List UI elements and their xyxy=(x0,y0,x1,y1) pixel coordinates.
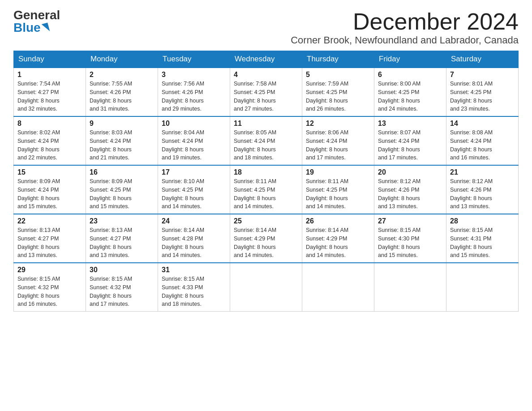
day-number: 13 xyxy=(378,120,442,128)
day-info: Sunrise: 8:13 AMSunset: 4:27 PMDaylight:… xyxy=(90,227,132,258)
logo-general-text: General xyxy=(13,9,60,21)
day-info: Sunrise: 8:15 AMSunset: 4:32 PMDaylight:… xyxy=(17,276,60,307)
day-number: 3 xyxy=(162,71,226,79)
day-info: Sunrise: 7:54 AMSunset: 4:27 PMDaylight:… xyxy=(17,81,60,112)
day-number: 15 xyxy=(17,168,82,176)
day-number: 1 xyxy=(17,71,82,79)
day-info: Sunrise: 7:56 AMSunset: 4:26 PMDaylight:… xyxy=(162,81,204,112)
week-row-1: 1 Sunrise: 7:54 AMSunset: 4:27 PMDayligh… xyxy=(14,68,519,116)
col-header-sunday: Sunday xyxy=(14,51,86,68)
day-number: 12 xyxy=(306,120,370,128)
day-number: 23 xyxy=(90,217,154,225)
day-info: Sunrise: 8:14 AMSunset: 4:28 PMDaylight:… xyxy=(162,227,204,258)
day-number: 7 xyxy=(450,71,515,79)
calendar-cell: 9 Sunrise: 8:03 AMSunset: 4:24 PMDayligh… xyxy=(86,116,158,165)
calendar-cell: 7 Sunrise: 8:01 AMSunset: 4:25 PMDayligh… xyxy=(446,68,519,116)
day-info: Sunrise: 8:08 AMSunset: 4:24 PMDaylight:… xyxy=(450,129,493,161)
day-number: 18 xyxy=(234,168,298,176)
week-row-4: 22 Sunrise: 8:13 AMSunset: 4:27 PMDaylig… xyxy=(14,214,519,263)
col-header-monday: Monday xyxy=(86,51,158,68)
day-info: Sunrise: 8:14 AMSunset: 4:29 PMDaylight:… xyxy=(306,227,348,258)
day-number: 5 xyxy=(306,71,370,79)
week-row-5: 29 Sunrise: 8:15 AMSunset: 4:32 PMDaylig… xyxy=(14,263,519,312)
calendar-cell: 18 Sunrise: 8:11 AMSunset: 4:25 PMDaylig… xyxy=(230,165,302,214)
day-number: 20 xyxy=(378,168,442,176)
calendar-cell: 17 Sunrise: 8:10 AMSunset: 4:25 PMDaylig… xyxy=(158,165,230,214)
day-info: Sunrise: 8:07 AMSunset: 4:24 PMDaylight:… xyxy=(378,129,420,161)
day-number: 2 xyxy=(90,71,154,79)
day-number: 25 xyxy=(234,217,298,225)
calendar-cell: 11 Sunrise: 8:05 AMSunset: 4:24 PMDaylig… xyxy=(230,116,302,165)
day-info: Sunrise: 8:00 AMSunset: 4:25 PMDaylight:… xyxy=(378,81,420,112)
title-block: December 2024 Corner Brook, Newfoundland… xyxy=(291,9,519,46)
calendar-cell: 29 Sunrise: 8:15 AMSunset: 4:32 PMDaylig… xyxy=(14,263,86,312)
day-number: 9 xyxy=(90,120,154,128)
day-number: 17 xyxy=(162,168,226,176)
day-info: Sunrise: 8:15 AMSunset: 4:33 PMDaylight:… xyxy=(162,276,204,307)
day-number: 24 xyxy=(162,217,226,225)
col-header-wednesday: Wednesday xyxy=(230,51,302,68)
calendar-cell: 6 Sunrise: 8:00 AMSunset: 4:25 PMDayligh… xyxy=(374,68,446,116)
day-info: Sunrise: 7:55 AMSunset: 4:26 PMDaylight:… xyxy=(90,81,132,112)
calendar-cell: 12 Sunrise: 8:06 AMSunset: 4:24 PMDaylig… xyxy=(302,116,374,165)
day-info: Sunrise: 8:15 AMSunset: 4:32 PMDaylight:… xyxy=(90,276,132,307)
day-info: Sunrise: 8:06 AMSunset: 4:24 PMDaylight:… xyxy=(306,129,348,161)
calendar-cell xyxy=(374,263,446,312)
calendar-cell: 30 Sunrise: 8:15 AMSunset: 4:32 PMDaylig… xyxy=(86,263,158,312)
calendar-cell: 4 Sunrise: 7:58 AMSunset: 4:25 PMDayligh… xyxy=(230,68,302,116)
day-number: 30 xyxy=(90,266,154,274)
day-number: 4 xyxy=(234,71,298,79)
day-info: Sunrise: 8:03 AMSunset: 4:24 PMDaylight:… xyxy=(90,129,132,161)
day-info: Sunrise: 8:12 AMSunset: 4:26 PMDaylight:… xyxy=(378,178,420,210)
calendar-cell: 23 Sunrise: 8:13 AMSunset: 4:27 PMDaylig… xyxy=(86,214,158,263)
calendar-cell: 24 Sunrise: 8:14 AMSunset: 4:28 PMDaylig… xyxy=(158,214,230,263)
calendar-cell: 20 Sunrise: 8:12 AMSunset: 4:26 PMDaylig… xyxy=(374,165,446,214)
day-number: 26 xyxy=(306,217,370,225)
day-number: 11 xyxy=(234,120,298,128)
day-info: Sunrise: 8:05 AMSunset: 4:24 PMDaylight:… xyxy=(234,129,276,161)
calendar-cell: 28 Sunrise: 8:15 AMSunset: 4:31 PMDaylig… xyxy=(446,214,519,263)
day-number: 28 xyxy=(450,217,515,225)
day-info: Sunrise: 8:15 AMSunset: 4:31 PMDaylight:… xyxy=(450,227,493,258)
day-info: Sunrise: 7:58 AMSunset: 4:25 PMDaylight:… xyxy=(234,81,276,112)
calendar-cell: 27 Sunrise: 8:15 AMSunset: 4:30 PMDaylig… xyxy=(374,214,446,263)
calendar-cell: 1 Sunrise: 7:54 AMSunset: 4:27 PMDayligh… xyxy=(14,68,86,116)
week-row-3: 15 Sunrise: 8:09 AMSunset: 4:24 PMDaylig… xyxy=(14,165,519,214)
day-info: Sunrise: 8:01 AMSunset: 4:25 PMDaylight:… xyxy=(450,81,493,112)
day-number: 31 xyxy=(162,266,226,274)
calendar-cell: 14 Sunrise: 8:08 AMSunset: 4:24 PMDaylig… xyxy=(446,116,519,165)
day-info: Sunrise: 8:14 AMSunset: 4:29 PMDaylight:… xyxy=(234,227,276,258)
day-info: Sunrise: 8:11 AMSunset: 4:25 PMDaylight:… xyxy=(234,178,276,210)
day-number: 16 xyxy=(90,168,154,176)
col-header-tuesday: Tuesday xyxy=(158,51,230,68)
day-number: 14 xyxy=(450,120,515,128)
day-number: 19 xyxy=(306,168,370,176)
day-number: 21 xyxy=(450,168,515,176)
day-info: Sunrise: 8:09 AMSunset: 4:25 PMDaylight:… xyxy=(90,178,132,210)
col-header-saturday: Saturday xyxy=(446,51,519,68)
day-info: Sunrise: 8:15 AMSunset: 4:30 PMDaylight:… xyxy=(378,227,420,258)
calendar-cell: 8 Sunrise: 8:02 AMSunset: 4:24 PMDayligh… xyxy=(14,116,86,165)
logo-blue-text: Blue xyxy=(13,21,49,34)
col-header-friday: Friday xyxy=(374,51,446,68)
calendar-cell: 13 Sunrise: 8:07 AMSunset: 4:24 PMDaylig… xyxy=(374,116,446,165)
day-number: 6 xyxy=(378,71,442,79)
day-info: Sunrise: 7:59 AMSunset: 4:25 PMDaylight:… xyxy=(306,81,348,112)
logo-triangle-icon xyxy=(41,23,50,33)
calendar-cell: 19 Sunrise: 8:11 AMSunset: 4:25 PMDaylig… xyxy=(302,165,374,214)
day-info: Sunrise: 8:13 AMSunset: 4:27 PMDaylight:… xyxy=(17,227,60,258)
col-header-thursday: Thursday xyxy=(302,51,374,68)
week-row-2: 8 Sunrise: 8:02 AMSunset: 4:24 PMDayligh… xyxy=(14,116,519,165)
calendar-cell: 26 Sunrise: 8:14 AMSunset: 4:29 PMDaylig… xyxy=(302,214,374,263)
header: General Blue December 2024 Corner Brook,… xyxy=(13,9,519,46)
month-title: December 2024 xyxy=(291,9,519,34)
day-info: Sunrise: 8:04 AMSunset: 4:24 PMDaylight:… xyxy=(162,129,204,161)
location-title: Corner Brook, Newfoundland and Labrador,… xyxy=(291,34,519,46)
calendar-cell: 22 Sunrise: 8:13 AMSunset: 4:27 PMDaylig… xyxy=(14,214,86,263)
calendar-cell: 15 Sunrise: 8:09 AMSunset: 4:24 PMDaylig… xyxy=(14,165,86,214)
calendar-cell xyxy=(302,263,374,312)
day-info: Sunrise: 8:10 AMSunset: 4:25 PMDaylight:… xyxy=(162,178,204,210)
day-info: Sunrise: 8:09 AMSunset: 4:24 PMDaylight:… xyxy=(17,178,60,210)
calendar-table: SundayMondayTuesdayWednesdayThursdayFrid… xyxy=(13,51,519,312)
calendar-cell: 25 Sunrise: 8:14 AMSunset: 4:29 PMDaylig… xyxy=(230,214,302,263)
